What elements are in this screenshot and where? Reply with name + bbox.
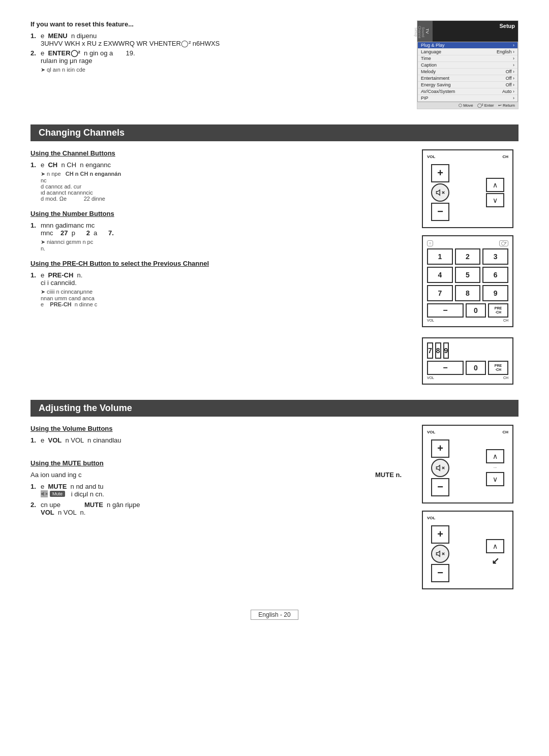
changing-channels-content: Using the Channel Buttons 1. e CH n CH n… [30, 149, 518, 385]
subsection-prech: Using the PRE-CH Button to select the Pr… [30, 260, 402, 307]
subsection-number-buttons: Using the Number Buttons 1. mnn gadimanc… [30, 210, 402, 251]
vol-desc: n cinandlau [87, 436, 121, 444]
mute-icon-small [41, 490, 48, 497]
mute-btn-1[interactable] [431, 459, 449, 477]
numpad-prech-btn[interactable]: PRE·CH [488, 303, 508, 318]
numpad-3[interactable]: 3 [482, 248, 508, 265]
remote-ch-label: CH [502, 154, 508, 159]
setup-side-label: Setup [414, 26, 418, 39]
step1-row: 1. e MENU n diμenu 3UHVV WKH x RU z EXWW… [30, 32, 402, 47]
numpad-7[interactable]: 7 [427, 285, 453, 301]
menu-item-time[interactable]: Time › [418, 55, 517, 62]
subsection-volume-title: Using the Volume Buttons [30, 425, 402, 432]
subsection-mute-title: Using the MUTE button [30, 459, 402, 467]
menu-item-language-label: Language [421, 49, 441, 54]
vol-plus-btn[interactable]: + [431, 164, 449, 182]
numpad-5[interactable]: 5 [455, 267, 481, 283]
numpad-2[interactable]: 2 [455, 248, 481, 265]
numpad-ch-label: CH [503, 319, 508, 322]
numpad-circle-btn[interactable]: ○ [427, 240, 433, 246]
numpad2-prech-btn[interactable]: PRE·CH [488, 361, 508, 375]
subsection-volume-buttons: Using the Volume Buttons 1. e VOL n VOL … [30, 425, 402, 444]
subsection-mute: Using the MUTE button Aa ion uand ing c … [30, 459, 402, 517]
numpad-remote-2: 7 8 9 − 0 PRE·CH VOL CH [422, 337, 513, 385]
numpad-6[interactable]: 6 [482, 267, 508, 283]
vol-plus-1[interactable]: + [431, 439, 449, 458]
mute-badge-label: Mute [50, 491, 65, 497]
ch-down-btn[interactable]: ∨ [486, 193, 504, 207]
remote-controls-row: + − ∧ ∨ [427, 162, 508, 223]
menu-item-melody[interactable]: Melody Off › [418, 69, 517, 75]
adjusting-volume-section: Adjusting the Volume Using the Volume Bu… [30, 400, 518, 589]
numpad-bottom-row: − 0 PRE·CH [427, 303, 508, 318]
vol-minus-2[interactable]: − [431, 564, 449, 582]
ch-down-1[interactable]: ∨ [486, 472, 504, 486]
numpad2-8[interactable]: 8 [435, 342, 441, 359]
remote-vol-ch-box: VOL CH + [422, 149, 513, 228]
menu-item-plug-play[interactable]: Plug & Play › [418, 42, 517, 49]
step2-enter: ENTER◯² [48, 49, 80, 57]
numpad-1[interactable]: 1 [427, 248, 453, 265]
vol-remote-vol-1: VOL [427, 430, 435, 434]
vol-remote-ch-1: CH [502, 430, 508, 434]
mute-step1-content: e MUTE n nd and tu [41, 483, 402, 499]
ch-arrow1-ch: CH n CH n engannán [66, 171, 121, 177]
numpad-8[interactable]: 8 [455, 285, 481, 301]
numpad-enter-btn[interactable]: ◯² [499, 240, 508, 246]
numpad-minus-btn[interactable]: − [427, 303, 464, 318]
setup-title: Setup [499, 23, 515, 29]
menu-item-plug-play-label: Plug & Play [421, 43, 445, 48]
numpad-9[interactable]: 9 [482, 285, 508, 301]
number-desc: mnn gadimanc mc [41, 222, 95, 229]
vol-minus-btn[interactable]: − [431, 203, 449, 221]
numpad-4[interactable]: 4 [427, 267, 453, 283]
menu-item-pip[interactable]: PIP › [418, 95, 517, 102]
reset-title: If you want to reset this feature... [30, 20, 402, 28]
channel-label: Channe [418, 26, 421, 39]
menu-item-entertainment[interactable]: Entertainment Off › [418, 75, 517, 82]
vol-plus-2[interactable]: + [431, 525, 449, 544]
menu-item-energy[interactable]: Energy Saving Off › [418, 82, 517, 88]
numpad-zero-btn[interactable]: 0 [466, 303, 486, 318]
step2-label: e [41, 49, 44, 57]
sound-label: Sound [421, 26, 425, 39]
step1-sub: 3UHVV WKH x RU z EXWWRQ WR VHENTER◯² n6H… [41, 40, 220, 47]
step2-page: 19. [126, 49, 135, 57]
vol-n-vol: n VOL [65, 436, 83, 444]
numpad2-7[interactable]: 7 [427, 342, 433, 359]
ch-arrow1-text: n npe [47, 171, 61, 177]
menu-item-caption[interactable]: Caption › [418, 62, 517, 69]
numpad2-bottom2: − 0 PRE·CH [427, 361, 508, 375]
numpad2-minus-btn[interactable]: − [427, 361, 464, 375]
prech-btn2: PRE-CH [50, 301, 71, 307]
menu-item-caption-arrow: › [513, 62, 514, 68]
ch-up-2[interactable]: ∧ [486, 539, 504, 553]
vol-remote-controls-1: + − ∧ ··· [427, 437, 508, 498]
menu-item-time-arrow: › [513, 56, 514, 61]
numpad2-9[interactable]: 9 [443, 342, 449, 359]
footer-move: ⬡ Move [459, 103, 473, 108]
vol-step1-content: e VOL n VOL n cinandlau [41, 436, 402, 444]
menu-item-language[interactable]: Language English › [418, 49, 517, 55]
mute-intro-row: Aa ion uand ing c MUTE n. [30, 471, 402, 479]
menu-item-language-value: English › [497, 49, 514, 54]
menu-item-caption-label: Caption [421, 62, 437, 68]
top-text-block: If you want to reset this feature... 1. … [30, 20, 402, 109]
ch-up-btn[interactable]: ∧ [486, 178, 504, 192]
ch-up-1[interactable]: ∧ [486, 449, 504, 463]
step1-desc: n diμenu [71, 32, 97, 40]
vol-group-2: + − [431, 525, 449, 582]
numpad2-zero-btn[interactable]: 0 [466, 361, 486, 375]
vol-remote-header-1: VOL CH [427, 430, 508, 434]
vol-minus-1[interactable]: − [431, 478, 449, 496]
mute-step2-vol: VOL [41, 509, 54, 516]
menu-item-entertainment-value: Off › [506, 76, 514, 81]
mute-btn-2[interactable] [431, 545, 449, 563]
step2-row: 2. e ENTER◯² n gin og a 19. rulaın ing μ… [30, 49, 402, 65]
adjusting-volume-title-text: Adjusting the Volume [39, 403, 132, 413]
remote-vol-label: VOL [427, 154, 435, 159]
mute-step1-desc: n nd and tu [71, 483, 104, 490]
mute-btn[interactable] [431, 183, 449, 202]
menu-item-avcoax[interactable]: AV/Coax/System Auto › [418, 88, 517, 95]
number-27: 27 [60, 229, 68, 237]
